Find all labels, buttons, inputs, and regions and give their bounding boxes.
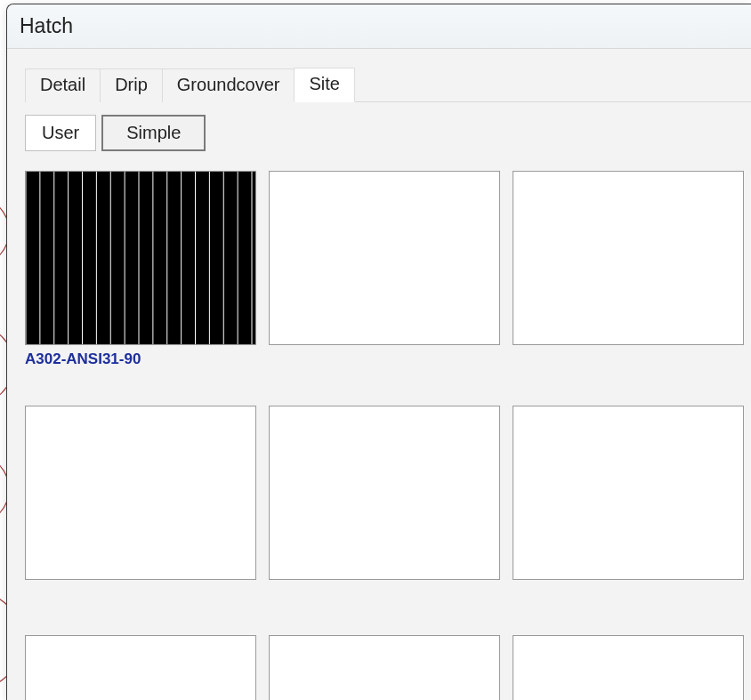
hatch-cell[interactable] bbox=[513, 635, 744, 700]
hatch-swatch-empty bbox=[513, 171, 744, 345]
hatch-swatch-ansi31-90 bbox=[25, 171, 256, 345]
window-title: Hatch bbox=[20, 14, 73, 38]
hatch-swatch-empty bbox=[25, 635, 256, 700]
hatch-grid: A302-ANSI31-90 bbox=[25, 151, 751, 700]
hatch-cell[interactable]: A302-ANSI31-90 bbox=[25, 171, 256, 368]
filter-buttons: User Simple bbox=[25, 102, 751, 151]
hatch-label: A302-ANSI31-90 bbox=[25, 350, 256, 368]
hatch-cell[interactable] bbox=[269, 635, 500, 700]
hatch-cell[interactable] bbox=[513, 406, 744, 585]
hatch-cell[interactable] bbox=[25, 635, 256, 700]
hatch-dialog: Hatch Detail Drip Groundcover Site User … bbox=[6, 4, 751, 700]
hatch-swatch-empty bbox=[269, 171, 500, 345]
hatch-cell[interactable] bbox=[269, 171, 500, 368]
hatch-swatch-empty bbox=[513, 406, 744, 580]
hatch-cell[interactable] bbox=[25, 406, 256, 585]
hatch-swatch-empty bbox=[269, 406, 500, 580]
simple-button[interactable]: Simple bbox=[101, 115, 206, 151]
titlebar[interactable]: Hatch bbox=[7, 4, 751, 49]
user-button[interactable]: User bbox=[25, 115, 96, 151]
hatch-swatch-empty bbox=[269, 635, 500, 700]
hatch-cell[interactable] bbox=[269, 406, 500, 585]
category-tabs: Detail Drip Groundcover Site bbox=[25, 67, 751, 102]
svg-rect-4 bbox=[26, 172, 255, 344]
tab-drip[interactable]: Drip bbox=[100, 68, 163, 102]
hatch-cell[interactable] bbox=[513, 171, 744, 368]
dialog-content: Detail Drip Groundcover Site User Simple bbox=[7, 49, 751, 700]
vertical-lines-icon bbox=[26, 172, 255, 344]
tab-detail[interactable]: Detail bbox=[25, 68, 101, 102]
hatch-swatch-empty bbox=[513, 635, 744, 700]
tab-site[interactable]: Site bbox=[294, 68, 354, 102]
tab-groundcover[interactable]: Groundcover bbox=[162, 68, 295, 102]
hatch-swatch-empty bbox=[25, 406, 256, 580]
